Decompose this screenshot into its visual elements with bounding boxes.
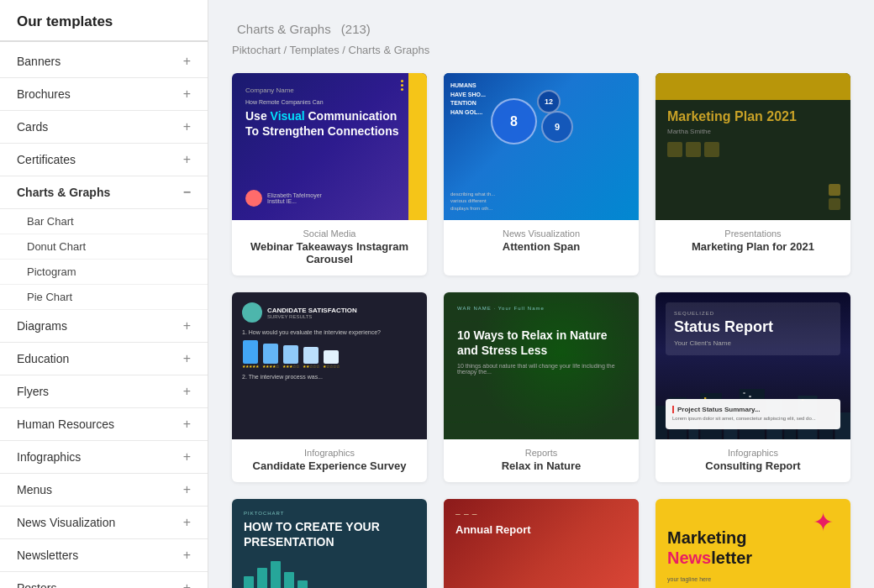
sidebar-label-news-visualization: News Visualization [17, 516, 115, 529]
main-content: Charts & Graphs (213) Piktochart / Templ… [208, 0, 874, 588]
sidebar-label-diagrams: Diagrams [17, 319, 67, 333]
relax-sub: 10 things about nature that will change … [457, 363, 625, 375]
sidebar-label-brochures: Brochures [17, 87, 71, 101]
template-card-marketing-newsletter[interactable]: ✦ MarketingNewsletter your tagline here … [656, 499, 850, 588]
sidebar-sub-pie-chart[interactable]: Pie Chart [0, 285, 208, 310]
sidebar-item-brochures[interactable]: Brochures + [0, 78, 208, 111]
plus-icon-infographics: + [183, 449, 191, 465]
survey-header: CANDIDATE SATISFACTION SURVEY RESULTS [242, 302, 417, 323]
sidebar-label-newsletters: Newsletters [17, 549, 78, 562]
sidebar-item-menus[interactable]: Menus + [0, 474, 208, 507]
template-thumb-relax: WAR NAME · Your Full Name 10 Ways to Rel… [444, 292, 639, 439]
template-thumb-marketing: Marketing Plan 2021 Martha Smithe [656, 73, 850, 220]
template-card-relax-nature[interactable]: WAR NAME · Your Full Name 10 Ways to Rel… [444, 292, 639, 482]
thumb-subtitle: How Remote Companies Can [245, 99, 413, 105]
template-thumb-bottom2: ─ ─ ─ Annual Report 35 [444, 499, 639, 588]
thumb-avatar [245, 190, 262, 207]
sidebar-item-banners[interactable]: Banners + [0, 45, 208, 78]
sidebar-item-diagrams[interactable]: Diagrams + [0, 310, 208, 343]
plus-icon-banners: + [183, 54, 191, 69]
sidebar-label-education: Education [17, 352, 69, 365]
sidebar-item-human-resources[interactable]: Human Resources + [0, 408, 208, 441]
marketing-icons [667, 142, 839, 157]
page-title: Charts & Graphs (213) [232, 17, 850, 39]
sidebar-title: Our templates [0, 13, 208, 42]
summary-title: Project Status Summary... [672, 406, 834, 413]
summary-line: Lorem ipsum dolor sit amet, consectetur … [672, 416, 834, 423]
plus-icon-brochures: + [183, 87, 191, 102]
template-category-webinar: Social Media [242, 228, 417, 239]
svg-rect-13 [743, 392, 745, 394]
template-card-consulting-report[interactable]: SEQUELIZED Status Report Your Client's N… [656, 292, 850, 482]
marketing-plan-title: Marketing Plan 2021 [667, 108, 839, 124]
plus-icon-cards: + [183, 119, 191, 134]
template-card-candidate-survey[interactable]: CANDIDATE SATISFACTION SURVEY RESULTS 1.… [232, 292, 427, 482]
sidebar-item-certificates[interactable]: Certificates + [0, 144, 208, 176]
rep-client: Your Client's Name [674, 339, 832, 347]
sidebar-item-posters[interactable]: Posters + [0, 572, 208, 588]
sidebar-sub-pictogram[interactable]: Pictogram [0, 260, 208, 285]
plus-icon-education: + [183, 351, 191, 366]
template-card-attention-span[interactable]: HUMANS HAVE SHO... TENTION HAN GOL... 8 … [444, 73, 639, 276]
sidebar-item-education[interactable]: Education + [0, 343, 208, 375]
thumb-dots [401, 80, 403, 91]
thumb-avatar-text: Elizabeth TafelmoyerInstitut IE... [267, 192, 322, 204]
template-category-marketing: Presentations [666, 228, 840, 239]
thumb-title: Use Visual Communication To Strengthen C… [245, 108, 413, 139]
template-card-webinar-carousel[interactable]: Company Name How Remote Companies Can Us… [232, 73, 427, 276]
breadcrumb: Piktochart / Templates / Charts & Graphs [232, 44, 850, 56]
plus-icon-flyers: + [183, 384, 191, 399]
marketing-top-bar [656, 73, 850, 100]
plus-icon-news-visualization: + [183, 515, 191, 530]
template-info-news: News Visualization Attention Span [444, 220, 639, 263]
sidebar-item-newsletters[interactable]: Newsletters + [0, 539, 208, 572]
template-thumb-status: SEQUELIZED Status Report Your Client's N… [656, 292, 850, 439]
relax-title: 10 Ways to Relax in Nature and Stress Le… [457, 328, 625, 358]
thumb-avatar-row: Elizabeth TafelmoyerInstitut IE... [245, 190, 413, 207]
template-category-news: News Visualization [454, 228, 629, 239]
template-info-consulting: Infographics Consulting Report [656, 439, 850, 482]
template-category-survey: Infographics [242, 448, 417, 458]
plus-icon-certificates: + [183, 152, 191, 167]
sidebar-item-flyers[interactable]: Flyers + [0, 375, 208, 408]
template-card-marketing-plan[interactable]: Marketing Plan 2021 Martha Smithe Presen… [656, 73, 850, 276]
sidebar-sub-donut-chart[interactable]: Donut Chart [0, 234, 208, 260]
survey-q2: 2. The interview process was... [242, 374, 417, 380]
template-title-webinar: Webinar Takeaways Instagram Carousel [242, 240, 417, 265]
sidebar-label-human-resources: Human Resources [17, 417, 114, 431]
template-card-bottom2[interactable]: ─ ─ ─ Annual Report 35 Reports Annual Re… [444, 499, 639, 588]
pres-bars [244, 559, 415, 588]
pres-label: PIKTOCHART [244, 511, 415, 516]
template-category-consulting: Infographics [666, 448, 840, 458]
plus-icon-menus: + [183, 482, 191, 497]
status-report-box: SEQUELIZED Status Report Your Client's N… [666, 302, 840, 355]
template-info-marketing: Presentations Marketing Plan for 2021 [656, 220, 850, 263]
plus-icon-diagrams: + [183, 318, 191, 333]
survey-people: ★★★★★ ★★★★☆ ★★★☆☆ ★★☆☆☆ ★☆☆☆☆ [242, 340, 417, 369]
thumb-company-label: Company Name [245, 87, 413, 94]
sidebar-item-news-visualization[interactable]: News Visualization + [0, 507, 208, 539]
template-title-survey: Candidate Experience Survey [242, 459, 417, 472]
sidebar-label-posters: Posters [17, 581, 56, 588]
sidebar-label-cards: Cards [17, 120, 48, 134]
sidebar-item-cards[interactable]: Cards + [0, 111, 208, 144]
sidebar-sub-bar-chart[interactable]: Bar Chart [0, 209, 208, 234]
template-title-news: Attention Span [454, 240, 629, 253]
plus-icon-posters: + [183, 580, 191, 588]
minus-icon-charts-graphs: − [183, 185, 191, 200]
status-report-title: Status Report [674, 319, 832, 336]
newsletter-star: ✦ [813, 507, 834, 537]
sidebar-item-infographics[interactable]: Infographics + [0, 441, 208, 474]
template-info-webinar: Social Media Webinar Takeaways Instagram… [232, 220, 427, 276]
rep-badge: SEQUELIZED [674, 311, 832, 316]
template-card-create-presentation[interactable]: PIKTOCHART HOW TO CREATE YOUR PRESENTATI… [232, 499, 427, 588]
sidebar-label-flyers: Flyers [17, 385, 49, 398]
sidebar-item-charts-graphs[interactable]: Charts & Graphs − [0, 176, 208, 209]
survey-header-sub: SURVEY RESULTS [267, 314, 357, 319]
template-title-marketing: Marketing Plan for 2021 [666, 240, 840, 253]
main-header: Charts & Graphs (213) Piktochart / Templ… [232, 17, 850, 56]
survey-avatar [242, 302, 262, 323]
template-count: (213) [341, 22, 371, 36]
template-thumb-survey: CANDIDATE SATISFACTION SURVEY RESULTS 1.… [232, 292, 427, 439]
sidebar-label-charts-graphs: Charts & Graphs [17, 186, 110, 199]
